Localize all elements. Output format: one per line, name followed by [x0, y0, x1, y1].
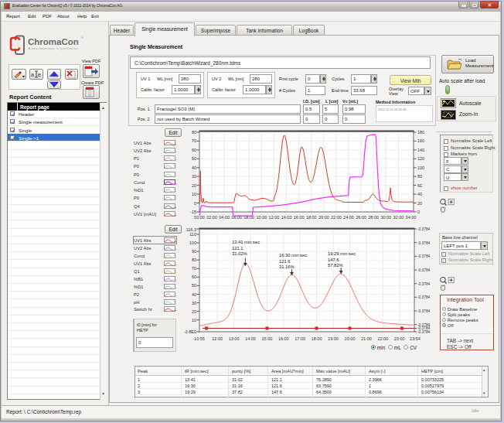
svg-text:0: 0: [194, 201, 196, 206]
svg-text:34:00: 34:00: [406, 215, 417, 220]
svg-text:04:00: 04:00: [219, 215, 230, 220]
svg-text:21:00: 21:00: [361, 336, 372, 341]
svg-text:60: 60: [192, 275, 196, 279]
svg-text:32:00: 32:00: [393, 215, 404, 220]
svg-text:23:00: 23:00: [394, 336, 405, 341]
svg-text:18:00: 18:00: [306, 215, 317, 220]
svg-text:23:54: 23:54: [410, 336, 421, 341]
svg-text:16:00: 16:00: [294, 215, 305, 220]
svg-text:14:00: 14:00: [245, 336, 256, 341]
svg-text:22:00: 22:00: [377, 336, 388, 341]
svg-text:0: 0: [417, 210, 420, 214]
svg-text:40: 40: [417, 192, 422, 196]
svg-text:-0.3784: -0.3784: [417, 330, 431, 334]
svg-text:-0.3784: -0.3784: [417, 227, 431, 231]
svg-text:14:00: 14:00: [281, 215, 292, 220]
svg-text:90: 90: [192, 249, 196, 254]
svg-text:60: 60: [192, 148, 196, 152]
svg-text:16:30 min:sec: 16:30 min:sec: [279, 253, 307, 258]
svg-text:30: 30: [192, 301, 196, 305]
svg-text:40: 40: [192, 165, 196, 170]
svg-text:50: 50: [192, 283, 196, 288]
svg-text:100: 100: [189, 240, 196, 245]
svg-text:180: 180: [417, 130, 424, 135]
svg-text:20:00: 20:00: [318, 215, 329, 220]
svg-text:19:00: 19:00: [328, 336, 339, 341]
svg-text:110: 110: [189, 232, 196, 237]
svg-text:22:00: 22:00: [331, 215, 342, 220]
svg-text:121.6: 121.6: [279, 259, 291, 264]
svg-text:17:00: 17:00: [295, 336, 305, 341]
svg-text:12:00: 12:00: [269, 215, 280, 220]
svg-text:24:00: 24:00: [343, 215, 354, 220]
svg-text:-0.3784: -0.3784: [417, 241, 431, 245]
svg-text:80: 80: [417, 174, 422, 179]
svg-text:28:00: 28:00: [368, 215, 379, 220]
svg-text:30:00: 30:00: [380, 215, 391, 220]
svg-text:08:00: 08:00: [243, 215, 254, 220]
svg-text:80: 80: [192, 258, 196, 262]
svg-text:10: 10: [192, 192, 196, 196]
svg-text:13:00: 13:00: [229, 336, 240, 341]
svg-text:140: 140: [417, 148, 424, 152]
svg-text:20: 20: [192, 183, 196, 188]
svg-text:02:00: 02:00: [206, 215, 217, 220]
svg-text:20: 20: [417, 201, 422, 206]
svg-text:31.02%: 31.02%: [232, 251, 247, 256]
svg-text:15:00: 15:00: [262, 336, 273, 341]
svg-text:-3.8E0: -3.8E0: [184, 329, 196, 334]
svg-text:57.82%: 57.82%: [328, 263, 343, 268]
svg-text:-0.3784: -0.3784: [417, 309, 431, 313]
svg-text:60: 60: [417, 183, 422, 188]
svg-text:30: 30: [192, 174, 196, 179]
svg-text:160: 160: [417, 138, 424, 143]
svg-text:80: 80: [192, 130, 196, 135]
svg-text:-0.3784: -0.3784: [417, 254, 431, 258]
svg-text:20: 20: [192, 309, 196, 314]
svg-text:19:29 min:sec: 19:29 min:sec: [328, 251, 356, 256]
svg-text:100: 100: [417, 165, 424, 170]
svg-text:10: 10: [192, 318, 196, 322]
svg-text:70: 70: [192, 266, 196, 271]
svg-text:-15: -15: [190, 210, 196, 214]
svg-text:121.1: 121.1: [232, 246, 243, 251]
svg-text:16:00: 16:00: [278, 336, 289, 341]
svg-text:26:00: 26:00: [356, 215, 366, 220]
svg-text:20:00: 20:00: [345, 336, 356, 341]
svg-text:40: 40: [192, 292, 196, 297]
svg-text:13.41 min:sec: 13.41 min:sec: [232, 240, 260, 244]
svg-text:31.16%: 31.16%: [279, 264, 295, 269]
svg-text:50: 50: [192, 156, 196, 161]
svg-text:-0.3784: -0.3784: [417, 295, 431, 299]
svg-text:10:00: 10:00: [257, 215, 267, 220]
svg-text:10:55: 10:55: [194, 336, 205, 341]
svg-text:116.3: 116.3: [186, 227, 196, 232]
svg-text:18:00: 18:00: [312, 336, 322, 341]
svg-text:70: 70: [192, 138, 196, 143]
svg-text:-0.3784: -0.3784: [417, 282, 431, 286]
svg-text:120: 120: [417, 156, 424, 161]
svg-text:147.6: 147.6: [328, 258, 339, 262]
svg-text:-0.3784: -0.3784: [417, 268, 431, 272]
svg-text:12:00: 12:00: [212, 336, 223, 341]
